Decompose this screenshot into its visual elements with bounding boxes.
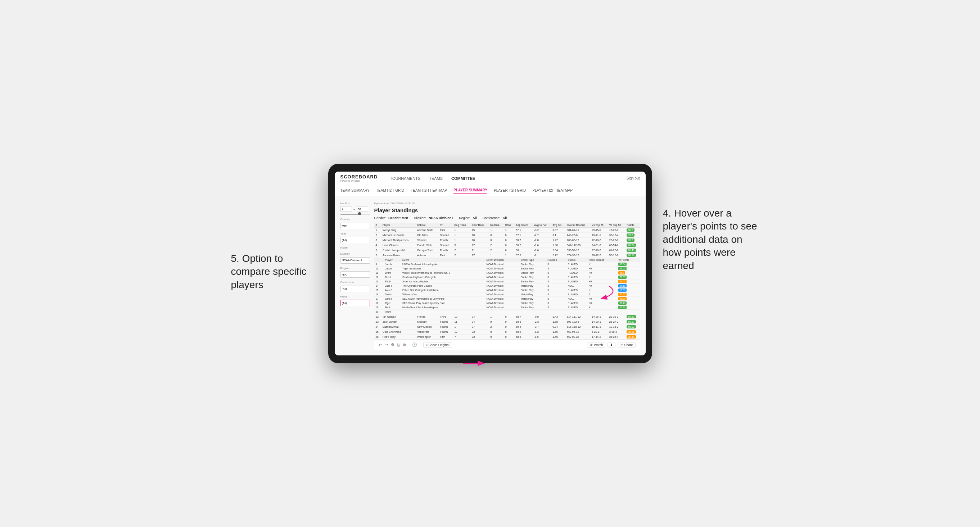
toolbar-divider-2	[420, 343, 420, 348]
year-filter-label: Year	[340, 232, 370, 235]
gender-filter-label: Gender	[340, 217, 370, 221]
table-row[interactable]: 25 Cole Sherwood Vanderbilt Fourth 12 23…	[374, 330, 640, 335]
sign-out-link[interactable]: Sign out	[627, 176, 640, 180]
subnav-player-summary[interactable]: PLAYER SUMMARY	[453, 187, 487, 194]
col-overall-record: Overall Record	[565, 223, 590, 228]
col-conf-rank: Conf Rank	[470, 223, 489, 228]
logo: SCOREBOARD Powered by clippi	[340, 175, 378, 182]
sidebar-filters: No Rds. - Gender Men Women	[340, 202, 370, 350]
col-vs-top25: Vs Top 25	[590, 223, 608, 228]
settings-icon[interactable]: ⚙	[391, 343, 395, 347]
nav-tournaments[interactable]: TOURNAMENTS	[390, 176, 420, 181]
region-filter-label: Region	[340, 267, 370, 270]
gender-select[interactable]: Men Women	[340, 223, 370, 229]
redo-icon[interactable]: ↪	[385, 343, 388, 347]
col-player: Player	[381, 223, 416, 228]
region-select[interactable]: N/A	[340, 271, 370, 278]
toolbar-divider-1	[409, 343, 409, 348]
table-row[interactable]: 3 Michael Thorbjornsen Stanford Fourth 1…	[374, 238, 640, 243]
panel-title: Player Standings	[374, 207, 640, 213]
region-filter-display: Region: All	[459, 216, 477, 220]
sub-nav: TEAM SUMMARY TEAM H2H GRID TEAM H2H HEAT…	[335, 185, 646, 196]
update-time: Update time: 27/01/2024 16:56:26	[374, 202, 640, 205]
share-icon: ↗	[620, 343, 623, 347]
col-no-rds: No Rds.	[489, 223, 503, 228]
table-row[interactable]: 1 Wenyi Ding Arizona State First 1 15 1 …	[374, 228, 640, 233]
right-panel: Update time: 27/01/2024 16:56:26 Player …	[374, 202, 640, 350]
table-row[interactable]: 23 Jack Lundin Missouri Fourth 11 24 0 0…	[374, 319, 640, 324]
toolbar-right: 👁 Watch ⬇ ↗ Share	[587, 342, 635, 348]
download-btn[interactable]: ⬇	[608, 342, 616, 348]
table-row[interactable]: 22 Ian Gilligan Florida Third 10 24 1 0 …	[374, 314, 640, 319]
col-adj-score: Adj. Score	[514, 223, 533, 228]
col-wins: Wins	[503, 223, 514, 228]
no-rds-label: No Rds.	[340, 202, 370, 205]
year-select[interactable]: (All)	[340, 237, 370, 243]
division-select[interactable]: NCAA Division I	[340, 257, 370, 264]
logo-sub: Powered by clippi	[340, 179, 378, 182]
subnav-player-h2h-grid[interactable]: PLAYER H2H GRID	[494, 188, 526, 193]
share-label: Share	[624, 343, 633, 347]
watch-icon: 👁	[590, 343, 593, 347]
no-rds-slider[interactable]	[340, 214, 370, 215]
col-to-par: Avg to Par	[533, 223, 551, 228]
expanded-row: Player Event Event Division Event Type R…	[374, 258, 640, 314]
nav-committee[interactable]: COMMITTEE	[451, 176, 475, 181]
main-content: No Rds. - Gender Men Women	[335, 196, 646, 356]
no-rds-min-input[interactable]	[340, 206, 352, 212]
col-vs-top50: Vs Top 50	[608, 223, 625, 228]
annotation-bottom-left: 5. Option to compare specific players	[231, 252, 325, 291]
view-icon: ⊞	[426, 343, 429, 347]
player-filter-label: Player	[340, 295, 370, 298]
filter-bar: Gender: Gender: Men Division: NCAA Divis…	[374, 216, 640, 220]
undo-icon[interactable]: ↩	[379, 343, 382, 347]
table-row[interactable]: 6 Jackson Koivu Auburn First 2 27 1 1 67…	[374, 253, 640, 258]
conference-filter-label: Conference	[340, 281, 370, 284]
subnav-team-h2h-heatmap[interactable]: TEAM H2H HEATMAP	[410, 188, 447, 193]
header-right: Sign out	[627, 176, 640, 180]
division-filter-label: Division	[340, 252, 370, 256]
division-filter-display: Division: NCAA Division I	[414, 216, 453, 220]
watch-label: Watch	[594, 343, 603, 347]
view-original-btn[interactable]: ⊞ View: Original	[423, 342, 452, 348]
annotation-top-right: 4. Hover over a player's points to see a…	[663, 207, 764, 272]
col-reg-rank: Reg Rank	[453, 223, 470, 228]
subnav-team-summary[interactable]: TEAM SUMMARY	[340, 188, 370, 193]
no-rds-filter: -	[340, 206, 370, 212]
download-icon: ⬇	[610, 343, 613, 347]
view-label: View: Original	[430, 343, 450, 347]
col-points: Points	[625, 223, 640, 228]
table-row[interactable]: 26 Petr Hruby Washington Fifth 7 23 0 0 …	[374, 335, 640, 340]
subnav-team-h2h-grid[interactable]: TEAM H2H GRID	[376, 188, 404, 193]
col-school: School	[416, 223, 439, 228]
share-btn[interactable]: ↗ Share	[617, 342, 635, 348]
subnav-player-h2h-heatmap[interactable]: PLAYER H2H HEATMAP	[532, 188, 573, 193]
conference-select[interactable]: (All)	[340, 286, 370, 292]
col-yr: Yr	[438, 223, 453, 228]
niche-filter-label: Niche	[340, 246, 370, 249]
table-row[interactable]: 2 Michael Le Sassie Ole Miss Second 1 18…	[374, 233, 640, 238]
bottom-toolbar: ↩ ↪ ⚙ ⎘ ⊕ 🕐 ⊞ View: Original	[374, 340, 640, 350]
table-row[interactable]: 4 Luke Clanton Florida State Second 5 27…	[374, 243, 640, 248]
nav-teams[interactable]: TEAMS	[429, 176, 443, 181]
copy-icon[interactable]: ⎘	[397, 343, 400, 347]
gender-filter-display: Gender: Gender: Men	[374, 216, 409, 220]
conference-filter-display: Conference: All	[483, 216, 507, 220]
table-row[interactable]: 5 Christo Lamprecht Georgia Tech Fourth …	[374, 248, 640, 253]
add-icon[interactable]: ⊕	[403, 343, 406, 347]
player-select[interactable]: (All)	[340, 300, 370, 306]
app-header: SCOREBOARD Powered by clippi TOURNAMENTS…	[335, 171, 646, 185]
clock-icon[interactable]: 🕐	[412, 343, 417, 347]
col-num: #	[374, 223, 382, 228]
logo-text: SCOREBOARD	[340, 175, 378, 179]
watch-btn[interactable]: 👁 Watch	[587, 342, 605, 348]
no-rds-max-input[interactable]	[357, 206, 368, 212]
col-avg-sg: Avg SG	[551, 223, 565, 228]
player-standings-table: # Player School Yr Reg Rank Conf Rank No…	[374, 223, 640, 340]
table-row[interactable]: 24 Bastien Amat New Mexico Fourth 1 27 2…	[374, 324, 640, 330]
